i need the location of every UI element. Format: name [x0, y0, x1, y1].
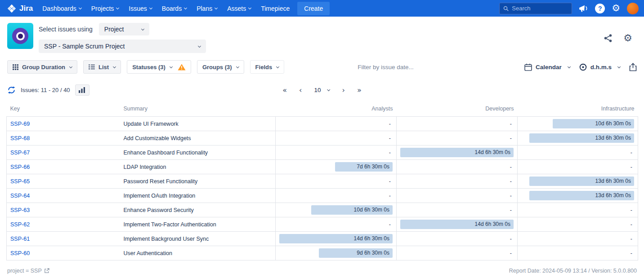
empty-duration: -: [521, 236, 634, 242]
help-icon[interactable]: ?: [595, 4, 605, 13]
issue-key-link[interactable]: SSP-67: [10, 150, 30, 156]
toolbar-right-cluster: Calendar d.h.m.s: [524, 63, 637, 71]
issue-key-link[interactable]: SSP-61: [10, 236, 30, 242]
megaphone-icon[interactable]: [579, 4, 588, 13]
duration-cell-infrastructure: 10d 6h 30m 0s: [518, 117, 638, 131]
summary-cell: Update UI Framework: [120, 117, 276, 131]
calendar-button[interactable]: Calendar: [524, 63, 570, 71]
nav-item-boards[interactable]: Boards: [157, 0, 192, 17]
issue-key-link[interactable]: SSP-62: [10, 221, 30, 228]
search-icon: [503, 5, 509, 12]
issue-key-link[interactable]: SSP-69: [10, 121, 30, 127]
warning-icon: [178, 64, 186, 71]
chart-view-button[interactable]: [75, 84, 89, 96]
key-cell: SSP-68: [7, 131, 120, 146]
nav-item-assets[interactable]: Assets: [222, 0, 256, 17]
global-search[interactable]: [499, 3, 572, 14]
duration-cell-infrastructure: -: [518, 232, 638, 246]
jql-filter-text: project = SSP: [7, 268, 42, 274]
export-button[interactable]: [629, 63, 637, 71]
statuses-button[interactable]: Statuses (3): [127, 60, 191, 74]
key-cell: SSP-63: [7, 203, 120, 217]
key-cell: SSP-66: [7, 160, 120, 174]
jira-brand[interactable]: Jira: [5, 4, 37, 13]
empty-duration: -: [400, 207, 514, 213]
nav-item-dashboards[interactable]: Dashboards: [37, 0, 86, 17]
duration-cell-analysts: -: [276, 146, 397, 160]
issue-date-filter-input[interactable]: [358, 64, 519, 71]
duration-cell-analysts: 10d 6h 30m 0s: [276, 203, 397, 217]
issue-source-value: Project: [104, 26, 124, 33]
last-page-button[interactable]: »: [357, 87, 362, 94]
issue-key-link[interactable]: SSP-63: [10, 207, 30, 213]
chevron-down-icon: [215, 6, 218, 9]
nav-item-projects[interactable]: Projects: [86, 0, 124, 17]
page-size-select[interactable]: 10: [314, 87, 330, 93]
empty-duration: -: [521, 221, 634, 228]
report-date-version: Report Date: 2024-05-09 13:14 / Version:…: [509, 268, 637, 274]
table-row: SSP-68Add Customizable Widgets--13d 6h 3…: [7, 131, 638, 146]
key-cell: SSP-64: [7, 189, 120, 203]
summary-cell: Add Customizable Widgets: [120, 131, 276, 146]
create-button[interactable]: Create: [297, 2, 330, 15]
nav-right-cluster: ? ⚙: [499, 3, 639, 14]
report-settings-icon[interactable]: ⚙: [623, 33, 632, 43]
duration-bar: 14d 6h 30m 0s: [279, 234, 393, 243]
settings-gear-icon[interactable]: ⚙: [612, 4, 620, 13]
empty-duration: -: [400, 193, 514, 199]
project-select[interactable]: SSP - Sample Scrum Project: [39, 40, 206, 53]
summary-cell: LDAP Integration: [120, 160, 276, 174]
duration-cell-developers: 14d 6h 30m 0s: [397, 146, 518, 160]
group-duration-button[interactable]: Group Duration: [7, 60, 77, 74]
issue-key-link[interactable]: SSP-66: [10, 164, 30, 170]
time-format-button[interactable]: d.h.m.s: [579, 63, 620, 71]
chevron-down-icon: [69, 65, 72, 68]
duration-cell-analysts: 9d 6h 30m 0s: [276, 246, 397, 260]
issue-key-link[interactable]: SSP-60: [10, 250, 30, 256]
summary-cell: User Authentication: [120, 246, 276, 260]
duration-cell-analysts: -: [276, 117, 397, 131]
nav-item-label: Assets: [227, 5, 246, 12]
duration-cell-developers: -: [397, 131, 518, 146]
prev-page-button[interactable]: ‹: [299, 87, 302, 94]
empty-duration: -: [400, 236, 514, 242]
group-duration-label: Group Duration: [22, 64, 65, 71]
duration-bar: 13d 6h 30m 0s: [529, 177, 634, 186]
issue-selectors: Select issues using Project SSP - Sample…: [39, 23, 206, 53]
issue-key-link[interactable]: SSP-65: [10, 178, 30, 185]
issues-table: KeySummaryAnalystsDevelopersInfrastructu…: [6, 103, 638, 260]
key-cell: SSP-61: [7, 232, 120, 246]
calendar-label: Calendar: [536, 64, 562, 71]
refresh-icon[interactable]: [7, 86, 16, 94]
clock-icon: [579, 63, 587, 71]
share-icon[interactable]: [604, 34, 613, 43]
chevron-down-icon: [617, 65, 621, 68]
groups-button[interactable]: Groups (3): [197, 60, 244, 74]
summary-cell: Implement OAuth Integration: [120, 189, 276, 203]
select-issues-label: Select issues using: [39, 26, 93, 33]
nav-item-timepiece[interactable]: Timepiece: [256, 0, 295, 17]
user-avatar[interactable]: [627, 3, 639, 14]
list-view-button[interactable]: List: [83, 60, 121, 74]
first-page-button[interactable]: «: [282, 87, 287, 94]
duration-cell-developers: -: [397, 117, 518, 131]
external-link-icon[interactable]: [44, 268, 49, 274]
next-page-button[interactable]: ›: [342, 87, 345, 94]
chevron-down-icon: [149, 6, 152, 9]
chevron-down-icon: [236, 65, 239, 68]
key-cell: SSP-65: [7, 174, 120, 189]
issue-source-select[interactable]: Project: [99, 23, 149, 35]
chevron-down-icon: [276, 65, 279, 68]
table-row: SSP-63Enhance Password Security10d 6h 30…: [7, 203, 638, 217]
issue-key-link[interactable]: SSP-68: [10, 135, 30, 141]
nav-item-plans[interactable]: Plans: [192, 0, 222, 17]
nav-item-issues[interactable]: Issues: [124, 0, 157, 17]
search-input[interactable]: [512, 5, 568, 12]
duration-bar: 10d 6h 30m 0s: [553, 119, 634, 128]
issue-key-link[interactable]: SSP-64: [10, 193, 30, 199]
fields-button[interactable]: Fields: [250, 60, 285, 74]
timepiece-app-logo: [7, 23, 33, 49]
column-header-infrastructure: Infrastructure: [518, 103, 638, 117]
chevron-down-icon: [327, 88, 330, 91]
duration-cell-analysts: 7d 6h 30m 0s: [276, 160, 397, 174]
